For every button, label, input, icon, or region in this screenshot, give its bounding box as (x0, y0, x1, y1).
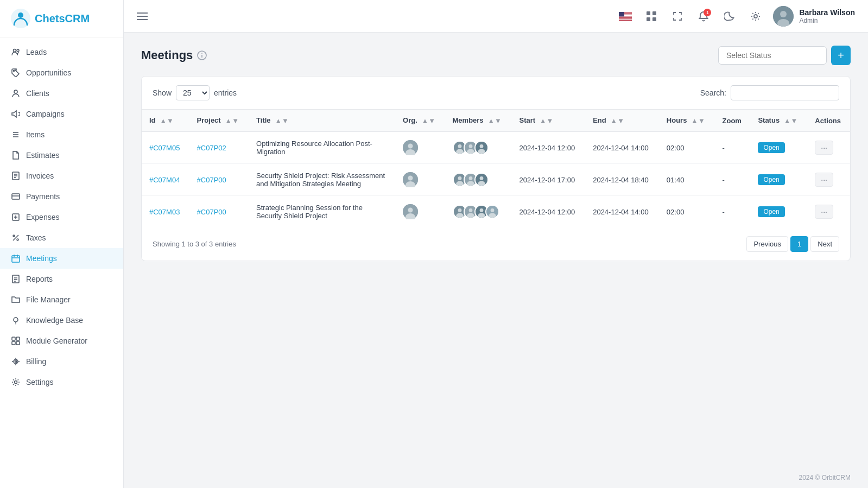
sidebar-label-expenses: Expenses (26, 213, 59, 221)
page-actions: + (718, 46, 851, 65)
sidebar-item-expenses[interactable]: Expenses (0, 207, 123, 227)
fullscreen-icon[interactable] (669, 8, 686, 25)
meeting-id-link[interactable]: #C07M03 (149, 208, 180, 216)
sidebar-item-items[interactable]: Items (0, 124, 123, 145)
member-avatar (474, 173, 489, 187)
col-members[interactable]: Members ▲▼ (445, 110, 512, 132)
cell-end: 2024-12-04 18:40 (585, 164, 659, 196)
svg-rect-45 (647, 11, 650, 15)
sidebar-item-settings[interactable]: Settings (0, 372, 123, 392)
sidebar-item-campaigns[interactable]: Campaigns (0, 104, 123, 124)
dark-mode-icon[interactable] (721, 8, 738, 25)
svg-rect-48 (652, 17, 656, 21)
app-name: ChetsCRM (35, 12, 90, 25)
kb-icon (11, 315, 21, 325)
sidebar-item-estimates[interactable]: Estimates (0, 145, 123, 166)
show-label: Show (153, 88, 172, 97)
sidebar-label-estimates: Estimates (26, 151, 59, 160)
pagination: Previous 1 Next (746, 236, 839, 252)
show-entries-control: Show 10 25 50 100 entries (153, 85, 237, 100)
svg-point-57 (408, 144, 413, 149)
users-icon (11, 47, 21, 57)
sidebar-item-clients[interactable]: Clients (0, 83, 123, 104)
project-link[interactable]: #C07P00 (197, 176, 226, 184)
folder-icon (11, 295, 21, 305)
svg-point-1 (18, 12, 23, 18)
col-title[interactable]: Title ▲▼ (249, 110, 395, 132)
sidebar-item-knowledge-base[interactable]: Knowledge Base (0, 310, 123, 331)
cell-end: 2024-12-04 14:00 (585, 196, 659, 228)
cell-start: 2024-12-04 17:00 (512, 164, 586, 196)
invoice-icon (11, 171, 21, 181)
svg-point-72 (458, 176, 461, 180)
cell-org (395, 132, 445, 164)
col-hours[interactable]: Hours ▲▼ (659, 110, 715, 132)
status-filter[interactable] (718, 46, 827, 65)
language-selector[interactable] (617, 8, 634, 25)
svg-rect-47 (647, 17, 650, 21)
sidebar-item-payments[interactable]: Payments (0, 186, 123, 207)
page-1-button[interactable]: 1 (790, 236, 808, 252)
apps-icon[interactable] (643, 8, 660, 25)
settings-icon (11, 377, 21, 387)
svg-point-85 (456, 213, 464, 219)
cell-title: Optimizing Resource Allocation Post-Migr… (249, 132, 395, 164)
sidebar-item-leads[interactable]: Leads (0, 42, 123, 62)
row-actions-button[interactable]: ··· (815, 205, 833, 219)
search-input[interactable] (731, 85, 839, 100)
col-status[interactable]: Status ▲▼ (750, 110, 807, 132)
entries-select[interactable]: 10 25 50 100 (176, 85, 210, 100)
sidebar-item-file-manager[interactable]: File Manager (0, 289, 123, 310)
file-icon (11, 150, 21, 160)
sidebar-item-module-generator[interactable]: Module Generator (0, 331, 123, 351)
hamburger-button[interactable] (137, 12, 148, 20)
meeting-id-link[interactable]: #C07M04 (149, 176, 180, 184)
logo[interactable]: ChetsCRM (0, 0, 123, 37)
col-project[interactable]: Project ▲▼ (189, 110, 249, 132)
sidebar-item-taxes[interactable]: Taxes (0, 227, 123, 248)
sidebar-item-meetings[interactable]: Meetings (0, 248, 123, 269)
meeting-id-link[interactable]: #C07M05 (149, 144, 180, 152)
cell-zoom: - (715, 132, 751, 164)
settings-header-icon[interactable] (747, 8, 764, 25)
previous-button[interactable]: Previous (746, 236, 788, 252)
sidebar-label-file-manager: File Manager (26, 295, 71, 304)
svg-point-36 (15, 381, 17, 384)
showing-text: Showing 1 to 3 of 3 entries (153, 240, 236, 248)
header-left (137, 12, 148, 20)
svg-point-64 (467, 149, 474, 155)
sidebar-item-reports[interactable]: Reports (0, 269, 123, 289)
add-meeting-button[interactable]: + (831, 46, 851, 65)
cell-project: #C07P00 (189, 196, 249, 228)
col-end[interactable]: End ▲▼ (585, 110, 659, 132)
col-start[interactable]: Start ▲▼ (512, 110, 586, 132)
sidebar-item-invoices[interactable]: Invoices (0, 166, 123, 186)
user-profile[interactable]: Barbara Wilson Admin (773, 6, 855, 27)
info-icon[interactable] (197, 50, 207, 60)
svg-point-81 (408, 208, 413, 213)
cell-org (395, 196, 445, 228)
row-actions-button[interactable]: ··· (815, 141, 833, 155)
meetings-table-card: Show 10 25 50 100 entries Search: (141, 76, 851, 261)
sidebar-label-items: Items (26, 130, 45, 139)
row-actions-button[interactable]: ··· (815, 173, 833, 187)
col-org[interactable]: Org. ▲▼ (395, 110, 445, 132)
reports-icon (11, 274, 21, 284)
project-link[interactable]: #C07P00 (197, 208, 226, 216)
sidebar: ChetsCRM Leads Opportunities Clients Cam… (0, 0, 124, 488)
sidebar-item-opportunities[interactable]: Opportunities (0, 62, 123, 83)
org-avatar (403, 204, 418, 219)
person-icon (11, 88, 21, 98)
svg-rect-33 (12, 341, 15, 345)
next-button[interactable]: Next (810, 236, 839, 252)
notifications-icon[interactable]: 1 (695, 8, 712, 25)
cell-actions: ··· (807, 164, 850, 196)
svg-point-30 (16, 324, 16, 325)
sidebar-item-billing[interactable]: Billing (0, 351, 123, 372)
col-id[interactable]: Id ▲▼ (142, 110, 189, 132)
svg-point-29 (14, 318, 18, 322)
page-header: Meetings + (141, 46, 851, 65)
sidebar-label-invoices: Invoices (26, 172, 54, 180)
project-link[interactable]: #C07P02 (197, 144, 226, 152)
meetings-table: Id ▲▼ Project ▲▼ Title ▲▼ Org. ▲▼ Member… (142, 109, 850, 227)
